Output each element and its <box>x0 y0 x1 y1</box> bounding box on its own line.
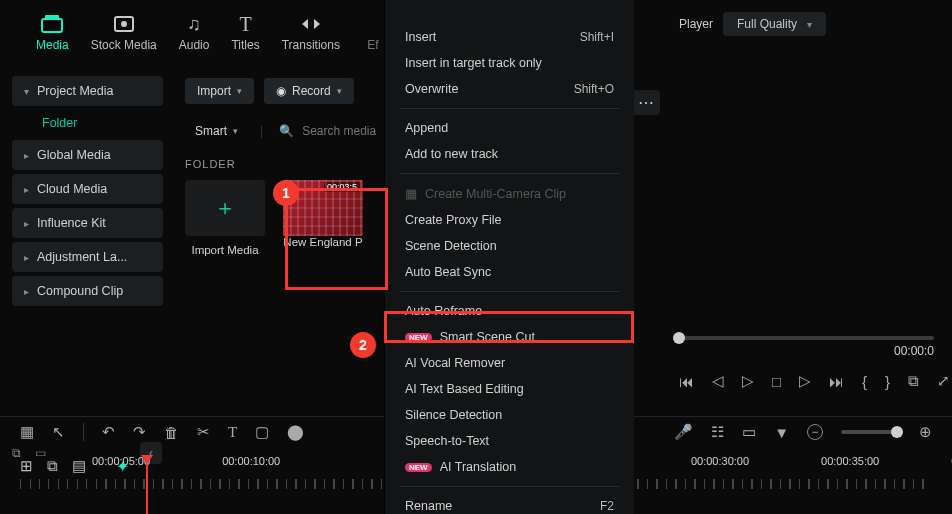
snapshot-icon[interactable]: ⧉ <box>908 372 919 390</box>
tl-grid-icon[interactable]: ▦ <box>20 423 34 441</box>
chevron-down-icon: ▾ <box>237 86 242 96</box>
ctx-label: Speech-to-Text <box>405 434 489 448</box>
ctx-label: AI Translation <box>440 460 516 474</box>
zoom-out-icon[interactable]: − <box>807 424 823 440</box>
sidebar-item-label: Compound Clip <box>37 284 123 298</box>
cut-icon[interactable]: ✂ <box>197 423 210 441</box>
transport-controls: ⏮ ◁ ▷ □ ▷ ⏭ { } ⧉ ⤢ <box>679 372 934 390</box>
delete-icon[interactable]: 🗑 <box>164 424 179 441</box>
import-plus-box[interactable]: ＋ <box>185 180 265 236</box>
ctx-scene-detection[interactable]: Scene Detection <box>385 233 634 259</box>
stop-icon[interactable]: □ <box>772 373 781 390</box>
sidebar-item-adjustment-layer[interactable]: ▸ Adjustment La... <box>12 242 163 272</box>
ctx-append[interactable]: Append <box>385 115 634 141</box>
mark-out-icon[interactable]: } <box>885 373 890 390</box>
ctx-shortcut: F2 <box>600 499 614 513</box>
ctx-ai-translation[interactable]: NEW AI Translation <box>385 454 634 480</box>
color-icon[interactable]: ⬤ <box>287 423 304 441</box>
add-track-icon[interactable]: ⊞ <box>20 457 33 475</box>
step-forward-icon[interactable]: ▷ <box>799 372 811 390</box>
ctx-label: Add to new track <box>405 147 498 161</box>
track-icon[interactable]: ▤ <box>72 457 86 475</box>
play-icon[interactable]: ▷ <box>742 372 754 390</box>
jump-start-icon[interactable]: ⏮ <box>679 373 694 390</box>
clip-name: New England P <box>283 236 362 248</box>
timeline-toolbar-right: 🎤 ☷ ▭ ▼ − ⊕ <box>674 423 932 441</box>
overflow-button[interactable]: ⋯ <box>632 90 660 115</box>
zoom-in-icon[interactable]: ⊕ <box>919 423 932 441</box>
ribbon-effects-cut[interactable]: Ef <box>362 14 384 52</box>
tl-pointer-icon[interactable]: ↖ <box>52 423 65 441</box>
ctx-speech-to-text[interactable]: Speech-to-Text <box>385 428 634 454</box>
chevron-right-icon: ▸ <box>24 218 29 229</box>
ctx-rename[interactable]: Rename F2 <box>385 493 634 514</box>
jump-end-icon[interactable]: ⏭ <box>829 373 844 390</box>
plus-icon: ＋ <box>214 193 236 223</box>
ctx-label: Rename <box>405 499 452 513</box>
sidebar-item-influence-kit[interactable]: ▸ Influence Kit <box>12 208 163 238</box>
chevron-down-icon: ▾ <box>337 86 342 96</box>
sidebar-subitem-folder[interactable]: Folder <box>32 110 163 136</box>
zoom-slider[interactable] <box>841 430 901 434</box>
ctx-vocal-remover[interactable]: AI Vocal Remover <box>385 350 634 376</box>
ctx-shortcut: Shift+I <box>580 30 614 44</box>
ctx-auto-reframe[interactable]: Auto Reframe <box>385 298 634 324</box>
ctx-proxy[interactable]: Create Proxy File <box>385 207 634 233</box>
chevron-down-icon: ▾ <box>24 86 29 97</box>
ribbon-titles[interactable]: T Titles <box>231 14 259 52</box>
fullscreen-icon[interactable]: ⤢ <box>937 372 950 390</box>
record-button[interactable]: ◉ Record ▾ <box>264 78 354 104</box>
ctx-label: Insert in target track only <box>405 56 542 70</box>
link-icon[interactable]: ⧉ <box>47 457 58 475</box>
playhead-line[interactable] <box>146 462 148 514</box>
player-quality-dropdown[interactable]: Full Quality ▾ <box>723 12 826 36</box>
player-progress[interactable] <box>679 336 934 340</box>
marker-icon[interactable]: ▼ <box>774 424 789 441</box>
ctx-overwrite[interactable]: Overwrite Shift+O <box>385 76 634 102</box>
sidebar-sub-label: Folder <box>42 116 77 130</box>
ribbon-label: Titles <box>231 38 259 52</box>
ctx-auto-beat[interactable]: Auto Beat Sync <box>385 259 634 285</box>
crop-icon[interactable]: ▢ <box>255 423 269 441</box>
ctx-insert-target[interactable]: Insert in target track only <box>385 50 634 76</box>
ribbon-stock-media[interactable]: Stock Media <box>91 14 157 52</box>
sidebar-item-project-media[interactable]: ▾ Project Media <box>12 76 163 106</box>
ctx-separator <box>399 173 620 174</box>
sidebar-item-compound-clip[interactable]: ▸ Compound Clip <box>12 276 163 306</box>
player-label: Player <box>679 17 713 31</box>
ctx-insert[interactable]: Insert Shift+I <box>385 24 634 50</box>
ctx-add-new-track[interactable]: Add to new track <box>385 141 634 167</box>
step-back-icon[interactable]: ◁ <box>712 372 724 390</box>
ctx-label: AI Text Based Editing <box>405 382 524 396</box>
record-icon: ◉ <box>276 84 286 98</box>
ctx-text-based-editing[interactable]: AI Text Based Editing <box>385 376 634 402</box>
svg-rect-0 <box>42 19 62 32</box>
ruler-time: 00:00:10:00 <box>222 455 280 467</box>
import-button[interactable]: Import ▾ <box>185 78 254 104</box>
render-icon[interactable]: ▭ <box>742 423 756 441</box>
magnetic-icon[interactable]: ✦ <box>116 457 129 476</box>
ctx-label: Insert <box>405 30 436 44</box>
smart-button[interactable]: Smart ▾ <box>185 120 248 142</box>
ctx-silence-detection[interactable]: Silence Detection <box>385 402 634 428</box>
sidebar-item-label: Project Media <box>37 84 113 98</box>
ribbon-audio[interactable]: ♫ Audio <box>179 14 210 52</box>
ctx-separator <box>399 486 620 487</box>
ctx-smart-scene-cut[interactable]: NEW Smart Scene Cut <box>385 324 634 350</box>
redo-icon[interactable]: ↷ <box>133 423 146 441</box>
mic-icon[interactable]: 🎤 <box>674 423 693 441</box>
import-media-tile[interactable]: ＋ Import Media <box>185 180 265 256</box>
ribbon-media[interactable]: Media <box>36 14 69 52</box>
sidebar-item-global-media[interactable]: ▸ Global Media <box>12 140 163 170</box>
sidebar-item-cloud-media[interactable]: ▸ Cloud Media <box>12 174 163 204</box>
titles-icon: T <box>235 14 257 34</box>
ctx-label: Overwrite <box>405 82 458 96</box>
undo-icon[interactable]: ↶ <box>102 423 115 441</box>
ruler-time: 00:00:35:00 <box>821 455 879 467</box>
mixer-icon[interactable]: ☷ <box>711 423 724 441</box>
stock-media-icon <box>113 14 135 34</box>
mark-in-icon[interactable]: { <box>862 373 867 390</box>
context-menu: Insert Shift+I Insert in target track on… <box>384 0 634 514</box>
text-icon[interactable]: T <box>228 424 237 441</box>
ribbon-transitions[interactable]: Transitions <box>282 14 340 52</box>
